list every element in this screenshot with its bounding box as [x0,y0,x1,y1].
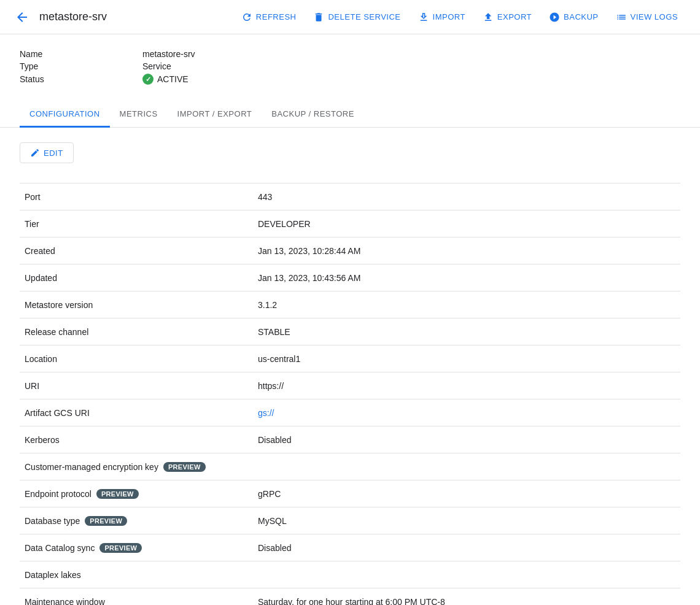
config-key: Database type PREVIEW [25,516,258,526]
table-row: Created Jan 13, 2023, 10:28:44 AM [20,237,680,264]
configuration-content: EDIT Port 443 Tier DEVELOPER Created Jan… [0,128,700,605]
view-logs-button[interactable]: VIEW LOGS [609,7,685,28]
config-val: gRPC [258,489,675,499]
type-row: Type Service [20,61,680,71]
config-key: Metastore version [25,300,258,310]
table-row: URI https:// [20,372,680,399]
config-key: Release channel [25,327,258,337]
config-val: us-central1 [258,354,675,364]
config-key: Data Catalog sync PREVIEW [25,543,258,553]
status-label: Status [20,74,142,84]
status-badge: ACTIVE [142,74,189,85]
tab-metrics[interactable]: METRICS [110,102,168,128]
table-row: Metastore version 3.1.2 [20,291,680,318]
name-value: metastore-srv [142,49,195,59]
config-key: Tier [25,219,258,229]
status-row: Status ACTIVE [20,74,680,85]
page-title: metastore-srv [39,10,107,23]
config-key: Port [25,192,258,202]
name-label: Name [20,49,142,59]
config-key: Customer-managed encryption key PREVIEW [25,462,258,472]
table-row: Tier DEVELOPER [20,210,680,237]
table-row: Customer-managed encryption key PREVIEW [20,453,680,480]
preview-badge: PREVIEW [96,489,139,499]
back-button[interactable] [15,10,29,25]
table-row: Updated Jan 13, 2023, 10:43:56 AM [20,264,680,291]
tab-configuration[interactable]: CONFIGURATION [20,102,110,128]
tab-backup-restore[interactable]: BACKUP / RESTORE [262,102,364,128]
table-row: Endpoint protocol PREVIEW gRPC [20,480,680,507]
topbar-actions: REFRESH DELETE SERVICE IMPORT EXPORT BAC… [234,7,685,28]
config-val: https:// [258,381,675,391]
config-table: Port 443 Tier DEVELOPER Created Jan 13, … [20,183,680,605]
config-key: Created [25,246,258,256]
type-value: Service [142,61,171,71]
config-key: Updated [25,273,258,283]
refresh-button[interactable]: REFRESH [234,7,304,28]
table-row: Release channel STABLE [20,318,680,345]
preview-badge: PREVIEW [99,543,142,553]
service-info: Name metastore-srv Type Service Status A… [0,34,700,97]
config-val: Saturday, for one hour starting at 6:00 … [258,597,675,606]
config-key: Maintenance window [25,597,258,606]
config-key: Location [25,354,258,364]
status-value: ACTIVE [157,74,189,84]
config-key: Dataplex lakes [25,570,258,580]
export-button[interactable]: EXPORT [475,7,539,28]
table-row: Database type PREVIEW MySQL [20,507,680,534]
topbar: metastore-srv REFRESH DELETE SERVICE IMP… [0,0,700,34]
delete-service-button[interactable]: DELETE SERVICE [306,7,408,28]
edit-label: EDIT [44,148,63,158]
tab-import-export[interactable]: IMPORT / EXPORT [168,102,262,128]
config-val: Jan 13, 2023, 10:43:56 AM [258,273,675,283]
config-val: 443 [258,192,675,202]
type-label: Type [20,61,142,71]
table-row: Kerberos Disabled [20,426,680,453]
table-row: Maintenance window Saturday, for one hou… [20,588,680,605]
table-row: Artifact GCS URI gs:// [20,399,680,426]
config-val: STABLE [258,327,675,337]
config-key: Artifact GCS URI [25,408,258,418]
config-val: 3.1.2 [258,300,675,310]
config-val: Disabled [258,543,675,553]
config-val: DEVELOPER [258,219,675,229]
config-val: Jan 13, 2023, 10:28:44 AM [258,246,675,256]
import-button[interactable]: IMPORT [411,7,473,28]
edit-button[interactable]: EDIT [20,142,74,163]
status-icon [142,74,154,85]
config-val[interactable]: gs:// [258,408,675,418]
tabs-bar: CONFIGURATION METRICS IMPORT / EXPORT BA… [0,102,700,128]
config-key: Kerberos [25,435,258,445]
table-row: Location us-central1 [20,345,680,372]
table-row: Data Catalog sync PREVIEW Disabled [20,534,680,561]
config-key: URI [25,381,258,391]
config-key: Endpoint protocol PREVIEW [25,489,258,499]
table-row: Port 443 [20,183,680,210]
backup-button[interactable]: BACKUP [542,7,605,28]
config-val: MySQL [258,516,675,526]
name-row: Name metastore-srv [20,49,680,59]
preview-badge: PREVIEW [163,462,206,472]
preview-badge: PREVIEW [85,516,127,526]
table-row: Dataplex lakes [20,561,680,588]
config-val: Disabled [258,435,675,445]
